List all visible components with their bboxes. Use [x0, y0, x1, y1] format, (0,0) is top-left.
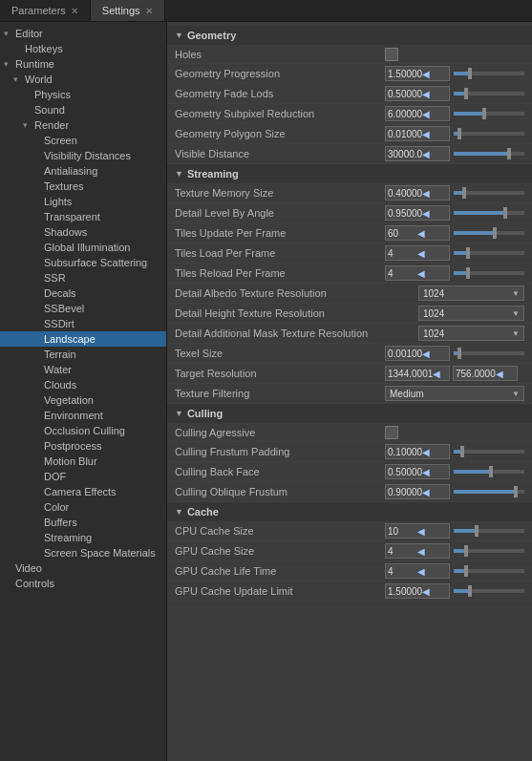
prop-row-detail-albedo-texture-resolution: Detail Albedo Texture Resolution1024▼	[167, 284, 532, 304]
num-input-detail-level-by-angle[interactable]: 0.95000◀	[385, 205, 450, 221]
num-input-geometry-progression[interactable]: 1.50000◀	[385, 66, 450, 81]
num-arrow-culling-back-face: ◀	[422, 467, 447, 477]
sidebar-item-physics[interactable]: Physics	[0, 87, 166, 102]
sidebar-item-global-illumination[interactable]: Global Illumination	[0, 240, 166, 255]
sidebar-item-render[interactable]: ▾Render	[0, 117, 166, 133]
num-input-visible-distance[interactable]: 30000.0◀	[385, 146, 450, 161]
dropdown-value-detail-albedo-texture-resolution: 1024	[423, 288, 444, 299]
num-input-gpu-cache-update-limit[interactable]: 1.50000◀	[385, 583, 450, 599]
sidebar-item-vegetation[interactable]: Vegetation	[0, 392, 166, 408]
sidebar-item-screen[interactable]: Screen	[0, 133, 166, 148]
sidebar-item-occlusion-culling[interactable]: Occlusion Culling	[0, 423, 166, 438]
prop-row-gpu-cache-life-time: GPU Cache Life Time4◀	[167, 561, 532, 581]
prop-control-visible-distance: 30000.0◀	[385, 146, 524, 161]
section-header-cache[interactable]: ▼Cache	[167, 502, 532, 521]
num-value-geometry-progression: 1.50000	[388, 69, 422, 79]
num-input-tiles-load-per-frame[interactable]: 4◀	[385, 245, 450, 261]
sidebar-item-lights[interactable]: Lights	[0, 194, 166, 209]
sidebar-item-camera-effects[interactable]: Camera Effects	[0, 484, 166, 499]
prop-control-detail-height-texture-resolution: 1024▼	[418, 306, 524, 321]
prop-control-detail-additional-mask-texture-resolution: 1024▼	[418, 326, 524, 341]
sidebar-item-ssbevel[interactable]: SSBevel	[0, 301, 166, 316]
num-input-culling-back-face[interactable]: 0.50000◀	[385, 464, 450, 479]
sidebar-item-world[interactable]: ▾World	[0, 72, 166, 87]
dropdown-detail-height-texture-resolution[interactable]: 1024▼	[418, 306, 524, 321]
checkbox-holes[interactable]	[385, 48, 398, 61]
sidebar-label-antialiasing: Antialiasing	[44, 165, 97, 177]
sidebar-label-controls: Controls	[15, 578, 54, 589]
num-input-geometry-fade-lods[interactable]: 0.50000◀	[385, 86, 450, 101]
num-input-target-resolution-2[interactable]: 756.0000◀	[453, 366, 518, 381]
tab-settings[interactable]: Settings ✕	[91, 0, 165, 21]
num-input-geometry-polygon-size[interactable]: 0.01000◀	[385, 126, 450, 141]
sidebar-item-screen-space-materials[interactable]: Screen Space Materials	[0, 545, 166, 560]
sidebar-item-sound[interactable]: Sound	[0, 102, 166, 117]
sidebar-item-editor[interactable]: ▾Editor	[0, 26, 166, 41]
num-value-detail-level-by-angle: 0.95000	[388, 208, 422, 219]
num-input-texture-memory-size[interactable]: 0.40000◀	[385, 185, 450, 201]
num-input-target-resolution-1[interactable]: 1344.0001◀	[385, 366, 450, 381]
sidebar-item-controls[interactable]: Controls	[0, 576, 166, 591]
sidebar-label-screen: Screen	[44, 135, 77, 146]
dropdown-texture-filtering[interactable]: Medium▼	[385, 386, 524, 401]
sidebar-label-motion-blur: Motion Blur	[44, 455, 97, 467]
sidebar-item-terrain[interactable]: Terrain	[0, 347, 166, 362]
num-arrow-texel-size: ◀	[422, 349, 447, 359]
sidebar-item-transparent[interactable]: Transparent	[0, 209, 166, 224]
num-input-tiles-update-per-frame[interactable]: 60◀	[385, 225, 450, 241]
checkbox-culling-agressive[interactable]	[385, 426, 398, 439]
sidebar-item-motion-blur[interactable]: Motion Blur	[0, 454, 166, 469]
section-label-cache: Cache	[187, 506, 219, 518]
num-arrow-gpu-cache-life-time: ◀	[417, 566, 447, 577]
sidebar-item-landscape[interactable]: Landscape	[0, 331, 166, 347]
sidebar-item-hotkeys[interactable]: Hotkeys	[0, 41, 166, 56]
sidebar-item-dof[interactable]: DOF	[0, 469, 166, 484]
num-input-gpu-cache-life-time[interactable]: 4◀	[385, 563, 450, 579]
dropdown-arrow-texture-filtering: ▼	[512, 390, 520, 398]
sidebar-item-textures[interactable]: Textures	[0, 179, 166, 194]
num-input-texel-size[interactable]: 0.00100◀	[385, 346, 450, 361]
prop-control-culling-frustum-padding: 0.10000◀	[385, 444, 524, 459]
sidebar-item-water[interactable]: Water	[0, 362, 166, 377]
sidebar-item-ssr[interactable]: SSR	[0, 270, 166, 285]
content-panel: ▼GeometryHolesGeometry Progression1.5000…	[167, 22, 532, 761]
num-input-culling-oblique-frustum[interactable]: 0.90000◀	[385, 484, 450, 499]
sidebar-item-decals[interactable]: Decals	[0, 285, 166, 301]
tab-settings-close[interactable]: ✕	[145, 6, 153, 16]
sidebar-item-buffers[interactable]: Buffers	[0, 515, 166, 530]
num-input-cpu-cache-size[interactable]: 10◀	[385, 523, 450, 539]
section-label-streaming: Streaming	[187, 168, 239, 180]
sidebar-item-subsurface-scattering[interactable]: Subsurface Scattering	[0, 255, 166, 270]
section-header-streaming[interactable]: ▼Streaming	[167, 164, 532, 183]
sidebar-item-ssdirt[interactable]: SSDirt	[0, 316, 166, 331]
dropdown-detail-albedo-texture-resolution[interactable]: 1024▼	[418, 285, 524, 301]
sidebar-item-antialiasing[interactable]: Antialiasing	[0, 163, 166, 179]
sidebar-item-visibility-distances[interactable]: Visibility Distances	[0, 148, 166, 163]
section-header-culling[interactable]: ▼Culling	[167, 404, 532, 423]
sidebar-item-runtime[interactable]: ▾Runtime	[0, 56, 166, 72]
dropdown-detail-additional-mask-texture-resolution[interactable]: 1024▼	[418, 326, 524, 341]
sidebar-item-video[interactable]: Video	[0, 560, 166, 576]
sidebar-item-streaming[interactable]: Streaming	[0, 530, 166, 545]
sidebar-item-environment[interactable]: Environment	[0, 408, 166, 423]
sidebar-label-subsurface-scattering: Subsurface Scattering	[44, 257, 147, 268]
sidebar-item-postprocess[interactable]: Postprocess	[0, 438, 166, 454]
tab-parameters[interactable]: Parameters ✕	[0, 0, 91, 21]
sidebar-label-physics: Physics	[34, 89, 71, 100]
dual-input-target-resolution: 1344.0001◀756.0000◀	[385, 366, 518, 381]
sidebar-item-clouds[interactable]: Clouds	[0, 377, 166, 392]
num-input-tiles-reload-per-frame[interactable]: 4◀	[385, 265, 450, 281]
prop-label-gpu-cache-size: GPU Cache Size	[175, 545, 385, 557]
tab-parameters-close[interactable]: ✕	[71, 6, 78, 16]
sidebar-item-color[interactable]: Color	[0, 499, 166, 515]
num-value-tiles-reload-per-frame: 4	[388, 268, 417, 279]
num-input-gpu-cache-size[interactable]: 4◀	[385, 543, 450, 559]
num-value-gpu-cache-life-time: 4	[388, 566, 417, 577]
prop-label-culling-frustum-padding: Culling Frustum Padding	[175, 446, 385, 457]
section-header-geometry[interactable]: ▼Geometry	[167, 26, 532, 45]
num-input-culling-frustum-padding[interactable]: 0.10000◀	[385, 444, 450, 459]
num-input-geometry-subpixel-reduction[interactable]: 6.00000◀	[385, 106, 450, 121]
prop-row-culling-back-face: Culling Back Face0.50000◀	[167, 462, 532, 482]
sidebar-item-shadows[interactable]: Shadows	[0, 224, 166, 240]
prop-label-tiles-update-per-frame: Tiles Update Per Frame	[175, 227, 385, 239]
